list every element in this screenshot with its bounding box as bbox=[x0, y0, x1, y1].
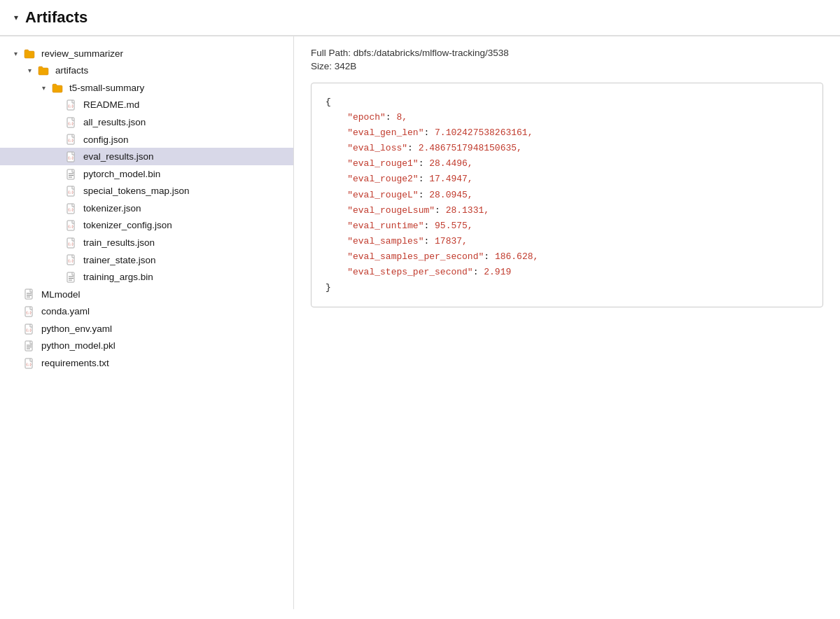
json-line: "eval_steps_per_second": 2.919 bbox=[326, 265, 808, 280]
json-key: "eval_rougeLsum" bbox=[347, 205, 435, 216]
folder-icon bbox=[38, 65, 52, 77]
json-line: "eval_samples": 17837, bbox=[326, 234, 808, 249]
svg-text:{;}: {;} bbox=[68, 242, 74, 246]
file-icon: {;} bbox=[66, 134, 80, 146]
tree-item-MLmodel[interactable]: MLmodel bbox=[0, 286, 293, 303]
json-value: 7.102427538263161, bbox=[435, 127, 533, 138]
item-label: requirements.txt bbox=[41, 358, 109, 368]
json-brace: { bbox=[326, 97, 331, 107]
main-content: ▾review_summarizer▾artifacts▾t5-small-su… bbox=[0, 36, 840, 609]
file-icon bbox=[24, 288, 38, 300]
file-icon: {;} bbox=[66, 116, 80, 128]
tree-item-config.json[interactable]: {;}config.json bbox=[0, 131, 293, 148]
file-icon: {;} bbox=[66, 237, 80, 249]
item-label: eval_results.json bbox=[83, 151, 154, 162]
json-brace: } bbox=[326, 282, 331, 293]
json-line: "eval_gen_len": 7.102427538263161, bbox=[326, 125, 808, 141]
file-tree-panel: ▾review_summarizer▾artifacts▾t5-small-su… bbox=[0, 36, 294, 609]
file-meta: Full Path: dbfs:/databricks/mlflow-track… bbox=[311, 48, 823, 71]
item-label: config.json bbox=[83, 134, 129, 145]
tree-item-trainer_state.json[interactable]: {;}trainer_state.json bbox=[0, 251, 293, 269]
tree-item-tokenizer.json[interactable]: {;}tokenizer.json bbox=[0, 200, 293, 217]
item-label: pytorch_model.bin bbox=[83, 169, 160, 179]
svg-rect-26 bbox=[25, 289, 32, 299]
svg-text:{;}: {;} bbox=[68, 208, 74, 211]
svg-text:{;}: {;} bbox=[26, 311, 31, 314]
chevron-icon[interactable]: ▾ bbox=[42, 84, 52, 92]
json-value: 2.919 bbox=[484, 267, 511, 277]
file-icon: {;} bbox=[66, 220, 80, 232]
item-label: review_summarizer bbox=[41, 48, 123, 59]
tree-item-artifacts[interactable]: ▾artifacts bbox=[0, 62, 293, 80]
json-value: 186.628, bbox=[495, 251, 538, 262]
folder-icon bbox=[24, 48, 38, 60]
svg-text:{;}: {;} bbox=[26, 328, 31, 332]
json-value: 8, bbox=[396, 112, 407, 123]
collapse-chevron-icon[interactable]: ▾ bbox=[14, 13, 18, 22]
json-line: "eval_rougeL": 28.0945, bbox=[326, 188, 808, 203]
file-icon bbox=[24, 340, 38, 352]
tree-item-pytorch_model.bin[interactable]: pytorch_model.bin bbox=[0, 165, 293, 183]
json-key: "eval_samples_per_second" bbox=[347, 251, 484, 262]
json-line: } bbox=[326, 280, 808, 295]
json-key: "epoch" bbox=[347, 112, 386, 123]
json-value: 17837, bbox=[435, 236, 468, 246]
file-content-panel: Full Path: dbfs:/databricks/mlflow-track… bbox=[294, 36, 840, 609]
tree-item-requirements.txt[interactable]: {;}requirements.txt bbox=[0, 354, 293, 372]
svg-rect-22 bbox=[67, 272, 74, 282]
json-line: "eval_runtime": 95.575, bbox=[326, 218, 808, 234]
json-key: "eval_gen_len" bbox=[347, 127, 424, 138]
file-icon: {;} bbox=[66, 202, 80, 214]
item-label: trainer_state.json bbox=[83, 255, 156, 265]
tree-item-python_env.yaml[interactable]: {;}python_env.yaml bbox=[0, 320, 293, 338]
tree-item-README.md[interactable]: {;}README.md bbox=[0, 97, 293, 114]
file-icon: {;} bbox=[66, 254, 80, 266]
item-label: artifacts bbox=[55, 65, 88, 76]
tree-item-training_args.bin[interactable]: training_args.bin bbox=[0, 268, 293, 286]
json-viewer: { "epoch": 8, "eval_gen_len": 7.10242753… bbox=[311, 83, 823, 307]
tree-item-eval_results.json[interactable]: {;}eval_results.json bbox=[0, 148, 293, 165]
file-icon: {;} bbox=[66, 186, 80, 197]
tree-item-train_results.json[interactable]: {;}train_results.json bbox=[0, 234, 293, 251]
item-label: README.md bbox=[83, 99, 139, 110]
file-icon: {;} bbox=[66, 151, 80, 162]
tree-item-python_model.pkl[interactable]: python_model.pkl bbox=[0, 338, 293, 355]
item-label: train_results.json bbox=[83, 237, 155, 248]
json-key: "eval_rougeL" bbox=[347, 190, 418, 200]
json-line: "epoch": 8, bbox=[326, 110, 808, 125]
full-path: Full Path: dbfs:/databricks/mlflow-track… bbox=[311, 48, 823, 58]
tree-item-special_tokens_map.json[interactable]: {;}special_tokens_map.json bbox=[0, 183, 293, 200]
tree-item-all_results.json[interactable]: {;}all_results.json bbox=[0, 113, 293, 131]
app-header: ▾ Artifacts bbox=[0, 0, 840, 36]
item-label: conda.yaml bbox=[41, 306, 90, 317]
svg-text:{;}: {;} bbox=[68, 156, 74, 160]
svg-text:{;}: {;} bbox=[68, 139, 74, 142]
json-key: "eval_steps_per_second" bbox=[347, 267, 472, 277]
svg-rect-34 bbox=[25, 341, 32, 351]
file-icon bbox=[66, 271, 80, 283]
tree-item-review_summarizer[interactable]: ▾review_summarizer bbox=[0, 45, 293, 62]
tree-item-tokenizer_config.json[interactable]: {;}tokenizer_config.json bbox=[0, 217, 293, 235]
json-key: "eval_rouge1" bbox=[347, 158, 418, 169]
file-icon: {;} bbox=[24, 323, 38, 335]
chevron-icon[interactable]: ▾ bbox=[28, 67, 38, 74]
item-label: MLmodel bbox=[41, 289, 80, 300]
json-key: "eval_samples" bbox=[347, 236, 424, 246]
svg-text:{;}: {;} bbox=[68, 225, 74, 228]
item-label: all_results.json bbox=[83, 117, 146, 127]
file-icon: {;} bbox=[24, 305, 38, 317]
json-line: "eval_rougeLsum": 28.1331, bbox=[326, 203, 808, 218]
item-label: python_env.yaml bbox=[41, 324, 112, 334]
tree-item-conda.yaml[interactable]: {;}conda.yaml bbox=[0, 302, 293, 320]
chevron-icon[interactable]: ▾ bbox=[14, 50, 24, 57]
item-label: python_model.pkl bbox=[41, 340, 115, 351]
item-label: special_tokens_map.json bbox=[83, 186, 190, 196]
json-line: "eval_samples_per_second": 186.628, bbox=[326, 249, 808, 265]
svg-text:{;}: {;} bbox=[26, 363, 31, 366]
svg-text:{;}: {;} bbox=[68, 104, 74, 108]
json-key: "eval_loss" bbox=[347, 143, 407, 153]
json-line: "eval_rouge2": 17.4947, bbox=[326, 172, 808, 187]
page-title: Artifacts bbox=[25, 8, 88, 27]
json-value: 95.575, bbox=[435, 221, 473, 231]
tree-item-t5-small-summary[interactable]: ▾t5-small-summary bbox=[0, 79, 293, 97]
